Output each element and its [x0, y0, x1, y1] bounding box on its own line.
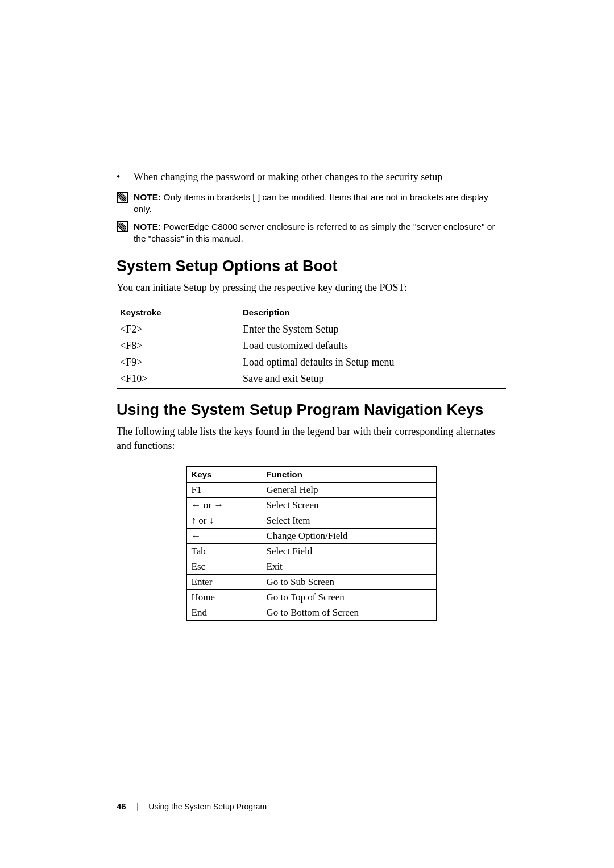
- cell-keystroke: <F2>: [117, 321, 243, 338]
- table-row: F1 General Help: [186, 482, 436, 497]
- cell-func: Select Screen: [262, 497, 436, 513]
- note-text: NOTE: Only items in brackets [ ] can be …: [134, 192, 506, 215]
- col-header-description: Description: [243, 304, 506, 321]
- footer-title: Using the System Setup Program: [148, 802, 267, 811]
- note-text: NOTE: PowerEdge C8000 server enclosure i…: [134, 221, 506, 245]
- bullet-item: • When changing the password or making o…: [117, 171, 506, 184]
- table-row: <F10> Save and exit Setup: [117, 371, 506, 389]
- table-header-row: Keys Function: [186, 466, 436, 482]
- page-number: 46: [117, 801, 126, 811]
- cell-keystroke: <F10>: [117, 371, 243, 389]
- cell-func: Select Item: [262, 513, 436, 528]
- table-row: Tab Select Field: [186, 543, 436, 559]
- cell-func: Go to Top of Screen: [262, 589, 436, 605]
- cell-keys: Esc: [186, 559, 262, 574]
- cell-keys: ← or →: [186, 497, 262, 513]
- table-row: <F9> Load optimal defaults in Setup menu: [117, 354, 506, 371]
- cell-keys: Enter: [186, 574, 262, 589]
- cell-keystroke: <F9>: [117, 354, 243, 371]
- note-block: NOTE: Only items in brackets [ ] can be …: [117, 192, 506, 215]
- nav-table-wrap: Keys Function F1 General Help ← or → Sel…: [117, 462, 506, 621]
- table-row: ↑ or ↓ Select Item: [186, 513, 436, 528]
- note-body: PowerEdge C8000 server enclosure is refe…: [134, 222, 495, 243]
- cell-keystroke: <F8>: [117, 338, 243, 354]
- footer-separator: |: [136, 802, 139, 811]
- table-row: Esc Exit: [186, 559, 436, 574]
- table-row: ← Change Option/Field: [186, 528, 436, 543]
- note-body: Only items in brackets [ ] can be modifi…: [134, 192, 488, 214]
- bullet-marker: •: [117, 171, 134, 184]
- page-content: • When changing the password or making o…: [0, 0, 614, 621]
- note-icon: [117, 221, 134, 245]
- table-row: Home Go to Top of Screen: [186, 589, 436, 605]
- note-label: NOTE:: [134, 192, 161, 202]
- col-header-function: Function: [262, 466, 436, 482]
- table-row: <F2> Enter the System Setup: [117, 321, 506, 338]
- cell-desc: Enter the System Setup: [243, 321, 506, 338]
- section-intro: The following table lists the keys found…: [117, 425, 506, 452]
- cell-func: Go to Bottom of Screen: [262, 605, 436, 620]
- cell-keys: Tab: [186, 543, 262, 559]
- cell-func: Select Field: [262, 543, 436, 559]
- note-icon: [117, 192, 134, 215]
- col-header-keys: Keys: [186, 466, 262, 482]
- cell-keys: ↑ or ↓: [186, 513, 262, 528]
- cell-desc: Load customized defaults: [243, 338, 506, 354]
- cell-keys: ←: [186, 528, 262, 543]
- table-row: <F8> Load customized defaults: [117, 338, 506, 354]
- table-row: Enter Go to Sub Screen: [186, 574, 436, 589]
- cell-keys: End: [186, 605, 262, 620]
- section-intro: You can initiate Setup by pressing the r…: [117, 281, 506, 294]
- note-label: NOTE:: [134, 222, 161, 231]
- table-header-row: Keystroke Description: [117, 304, 506, 321]
- table-row: End Go to Bottom of Screen: [186, 605, 436, 620]
- cell-keys: Home: [186, 589, 262, 605]
- cell-func: Go to Sub Screen: [262, 574, 436, 589]
- cell-func: Change Option/Field: [262, 528, 436, 543]
- bullet-text: When changing the password or making oth…: [134, 171, 506, 184]
- cell-func: General Help: [262, 482, 436, 497]
- page-footer: 46 | Using the System Setup Program: [117, 801, 267, 811]
- cell-desc: Load optimal defaults in Setup menu: [243, 354, 506, 371]
- section-heading-boot: System Setup Options at Boot: [117, 258, 506, 275]
- note-block: NOTE: PowerEdge C8000 server enclosure i…: [117, 221, 506, 245]
- cell-keys: F1: [186, 482, 262, 497]
- keystroke-table: Keystroke Description <F2> Enter the Sys…: [117, 304, 506, 389]
- cell-desc: Save and exit Setup: [243, 371, 506, 389]
- cell-func: Exit: [262, 559, 436, 574]
- col-header-keystroke: Keystroke: [117, 304, 243, 321]
- table-row: ← or → Select Screen: [186, 497, 436, 513]
- nav-keys-table: Keys Function F1 General Help ← or → Sel…: [186, 466, 437, 621]
- section-heading-nav: Using the System Setup Program Navigatio…: [117, 401, 506, 419]
